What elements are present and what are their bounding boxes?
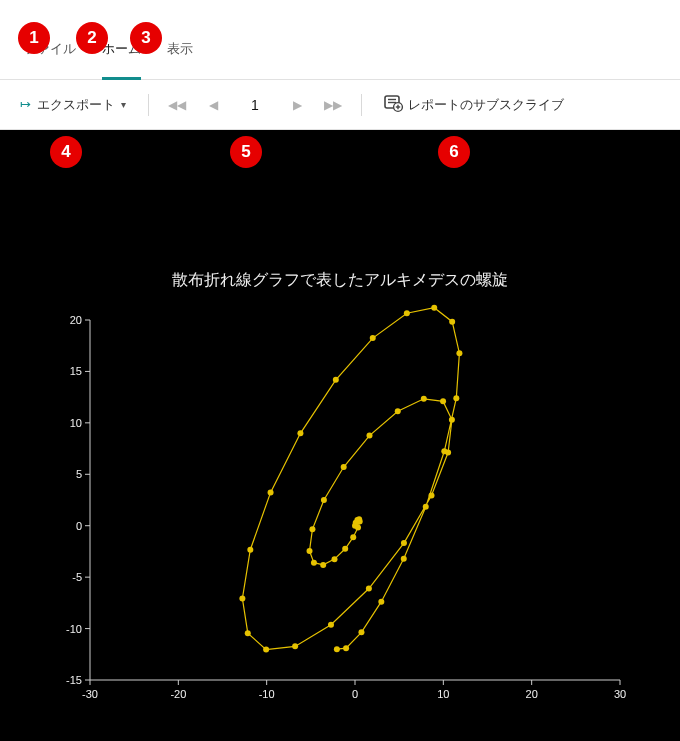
ribbon-tabs: ファイル ホーム 表示 [0,0,680,80]
export-button[interactable]: ↦ エクスポート ▾ [12,90,134,120]
svg-point-43 [423,504,429,510]
svg-point-54 [247,547,253,553]
svg-point-39 [343,645,349,651]
svg-point-41 [378,599,384,605]
left-icon: ◀ [209,98,218,112]
svg-point-52 [297,430,303,436]
report-toolbar: ↦ エクスポート ▾ ◀◀ ◀ 1 ▶ ▶▶ レポートのサブスクライブ [0,80,680,130]
svg-point-72 [307,548,313,554]
svg-point-73 [311,560,317,566]
svg-point-60 [366,585,372,591]
svg-text:-20: -20 [170,688,186,700]
chart-title: 散布折れ線グラフで表したアルキメデスの螺旋 [0,130,680,291]
report-canvas: 散布折れ線グラフで表したアルキメデスの螺旋 -15-10-505101520-3… [0,130,680,741]
svg-text:10: 10 [437,688,449,700]
svg-point-69 [341,464,347,470]
svg-text:-10: -10 [259,688,275,700]
svg-point-38 [334,646,340,652]
svg-point-74 [320,562,326,568]
svg-point-51 [333,377,339,383]
tab-file[interactable]: ファイル [24,40,76,79]
svg-point-55 [239,596,245,602]
chart-plot-area: -15-10-505101520-30-20-100102030 [40,310,640,710]
last-page-button[interactable]: ▶▶ [319,90,347,120]
svg-text:-5: -5 [72,571,82,583]
svg-point-71 [309,526,315,532]
subscribe-icon [384,95,402,114]
chevron-down-icon: ▾ [121,99,126,110]
right-icon: ▶ [293,98,302,112]
svg-point-49 [404,310,410,316]
svg-text:20: 20 [70,314,82,326]
svg-text:-10: -10 [66,623,82,635]
svg-point-45 [453,395,459,401]
svg-point-65 [440,398,446,404]
double-left-icon: ◀◀ [168,98,186,112]
svg-point-70 [321,497,327,503]
svg-point-67 [395,408,401,414]
svg-text:0: 0 [76,520,82,532]
prev-page-button[interactable]: ◀ [199,90,227,120]
svg-point-61 [401,540,407,546]
svg-text:10: 10 [70,417,82,429]
svg-point-48 [431,305,437,311]
next-page-button[interactable]: ▶ [283,90,311,120]
svg-point-62 [428,492,434,498]
double-right-icon: ▶▶ [324,98,342,112]
svg-point-46 [456,350,462,356]
svg-point-66 [421,396,427,402]
svg-point-77 [350,534,356,540]
svg-point-75 [332,556,338,562]
svg-text:5: 5 [76,468,82,480]
svg-point-53 [268,489,274,495]
svg-point-47 [449,319,455,325]
svg-point-56 [245,630,251,636]
subscribe-button[interactable]: レポートのサブスクライブ [376,90,572,120]
svg-text:30: 30 [614,688,626,700]
export-icon: ↦ [20,97,31,112]
svg-point-76 [342,546,348,552]
tab-home[interactable]: ホーム [102,40,141,79]
svg-point-58 [292,643,298,649]
svg-point-57 [263,647,269,653]
export-label: エクスポート [37,96,115,114]
svg-point-40 [358,629,364,635]
svg-text:0: 0 [352,688,358,700]
svg-point-50 [370,335,376,341]
toolbar-separator [148,94,149,116]
page-number: 1 [235,97,275,113]
chart-svg: -15-10-505101520-30-20-100102030 [40,310,640,710]
svg-point-68 [366,433,372,439]
svg-text:15: 15 [70,365,82,377]
subscribe-label: レポートのサブスクライブ [408,96,564,114]
tab-view[interactable]: 表示 [167,40,193,79]
toolbar-separator-2 [361,94,362,116]
svg-point-64 [449,417,455,423]
svg-text:-30: -30 [82,688,98,700]
svg-text:-15: -15 [66,674,82,686]
svg-point-42 [401,556,407,562]
svg-point-63 [445,449,451,455]
first-page-button[interactable]: ◀◀ [163,90,191,120]
svg-point-83 [352,523,358,529]
svg-text:20: 20 [526,688,538,700]
svg-point-59 [328,622,334,628]
